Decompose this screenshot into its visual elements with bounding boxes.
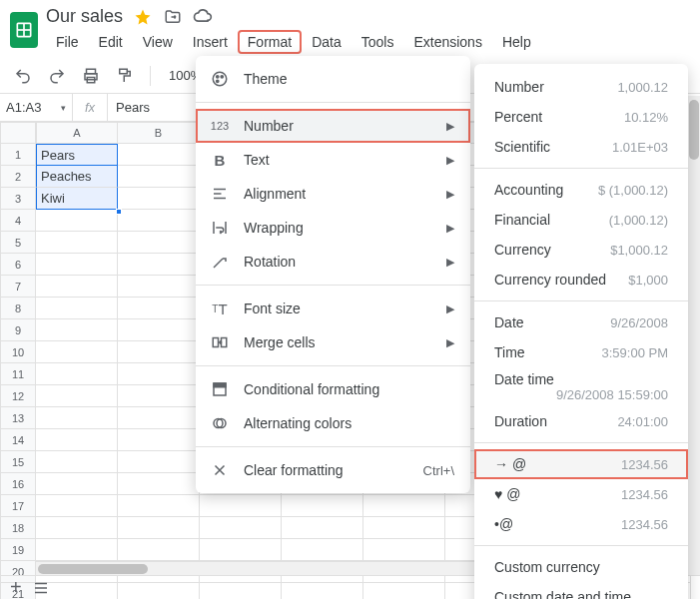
cloud-saved-icon[interactable] (193, 7, 213, 27)
row-header-16[interactable]: 16 (0, 473, 36, 495)
menu-edit[interactable]: Edit (89, 30, 133, 54)
number-format-duration[interactable]: Duration24:01:00 (474, 406, 688, 436)
row-header-12[interactable]: 12 (0, 385, 36, 407)
number-format--[interactable]: •@1234.56 (474, 509, 688, 539)
cell[interactable] (118, 429, 200, 451)
paint-format-button[interactable] (112, 63, 138, 89)
format-merge-cells[interactable]: Merge cells▶ (196, 325, 470, 359)
cell[interactable] (363, 539, 445, 561)
menu-insert[interactable]: Insert (183, 30, 238, 54)
row-header-6[interactable]: 6 (0, 254, 36, 276)
cell[interactable] (363, 495, 445, 517)
select-all-corner[interactable] (0, 122, 36, 144)
cell[interactable] (36, 473, 118, 495)
cell[interactable] (118, 276, 200, 298)
menu-tools[interactable]: Tools (351, 30, 404, 54)
format-theme[interactable]: Theme (196, 62, 470, 96)
menu-extensions[interactable]: Extensions (403, 30, 491, 54)
number-format-scientific[interactable]: Scientific1.01E+03 (474, 132, 688, 162)
cell[interactable] (200, 495, 282, 517)
cell[interactable] (118, 473, 200, 495)
number-format-custom-date-and-time[interactable]: Custom date and time (474, 582, 688, 599)
add-sheet-button[interactable]: + (10, 576, 22, 599)
star-icon[interactable] (133, 7, 153, 27)
cell[interactable] (118, 407, 200, 429)
number-format-currency[interactable]: Currency$1,000.12 (474, 235, 688, 265)
menu-format[interactable]: Format (238, 30, 302, 54)
cell[interactable] (36, 298, 118, 319)
cell[interactable] (118, 451, 200, 473)
format-clear-formatting[interactable]: Clear formattingCtrl+\ (196, 453, 470, 487)
row-header-19[interactable]: 19 (0, 539, 36, 561)
cell[interactable] (118, 517, 200, 539)
number-format-percent[interactable]: Percent10.12% (474, 102, 688, 132)
number-format-financial[interactable]: Financial(1,000.12) (474, 205, 688, 235)
format-wrapping[interactable]: Wrapping▶ (196, 211, 470, 245)
selection-handle[interactable] (116, 209, 122, 215)
menu-data[interactable]: Data (302, 30, 351, 54)
vertical-scrollbar[interactable] (686, 96, 700, 575)
row-header-13[interactable]: 13 (0, 407, 36, 429)
cell[interactable] (36, 319, 118, 341)
format-text[interactable]: BText▶ (196, 143, 470, 177)
cell[interactable] (36, 276, 118, 298)
cell[interactable] (36, 385, 118, 407)
row-header-1[interactable]: 1 (0, 144, 36, 166)
format-conditional-formatting[interactable]: Conditional formatting (196, 372, 470, 406)
cell[interactable] (36, 363, 118, 385)
number-format-time[interactable]: Time3:59:00 PM (474, 337, 688, 367)
undo-button[interactable] (10, 63, 36, 89)
format-alignment[interactable]: Alignment▶ (196, 177, 470, 211)
col-header-B[interactable]: B (118, 122, 200, 144)
cell[interactable]: Kiwi (36, 188, 118, 210)
cell[interactable]: Pears (36, 144, 118, 166)
cell[interactable] (36, 341, 118, 363)
cell[interactable] (36, 232, 118, 254)
cell[interactable] (36, 254, 118, 276)
cell[interactable] (118, 298, 200, 319)
number-format-accounting[interactable]: Accounting$ (1,000.12) (474, 175, 688, 205)
row-header-17[interactable]: 17 (0, 495, 36, 517)
cell[interactable]: Peaches (36, 166, 118, 188)
cell[interactable] (118, 319, 200, 341)
move-folder-icon[interactable] (163, 7, 183, 27)
print-button[interactable] (78, 63, 104, 89)
cell[interactable] (36, 495, 118, 517)
cell[interactable] (118, 254, 200, 276)
row-header-18[interactable]: 18 (0, 517, 36, 539)
row-header-9[interactable]: 9 (0, 319, 36, 341)
cell[interactable] (36, 210, 118, 232)
menu-file[interactable]: File (46, 30, 89, 54)
number-format-currency-rounded[interactable]: Currency rounded$1,000 (474, 265, 688, 295)
cell[interactable] (282, 517, 363, 539)
cell[interactable] (118, 363, 200, 385)
cell[interactable] (36, 407, 118, 429)
format-rotation[interactable]: Rotation▶ (196, 245, 470, 279)
number-format--[interactable]: ♥ @1234.56 (474, 479, 688, 509)
document-title[interactable]: Our sales (46, 6, 123, 27)
cell[interactable] (200, 517, 282, 539)
format-font-size[interactable]: TTFont size▶ (196, 292, 470, 325)
row-header-4[interactable]: 4 (0, 210, 36, 232)
row-header-11[interactable]: 11 (0, 363, 36, 385)
row-header-10[interactable]: 10 (0, 341, 36, 363)
col-header-A[interactable]: A (36, 122, 118, 144)
row-header-15[interactable]: 15 (0, 451, 36, 473)
cell[interactable] (282, 539, 363, 561)
format-number[interactable]: 123Number▶ (196, 109, 470, 143)
cell[interactable] (118, 144, 200, 166)
cell[interactable] (118, 210, 200, 232)
row-header-3[interactable]: 3 (0, 188, 36, 210)
name-box[interactable]: A1:A3 (0, 100, 72, 115)
cell[interactable] (118, 539, 200, 561)
format-alternating-colors[interactable]: Alternating colors (196, 406, 470, 440)
row-header-2[interactable]: 2 (0, 166, 36, 188)
cell[interactable] (36, 539, 118, 561)
number-format--[interactable]: → @1234.56 (474, 449, 688, 479)
number-format-date-time[interactable]: Date time9/26/2008 15:59:00 (474, 367, 688, 406)
cell[interactable] (118, 341, 200, 363)
number-format-number[interactable]: Number1,000.12 (474, 72, 688, 102)
number-format-date[interactable]: Date9/26/2008 (474, 307, 688, 337)
cell[interactable] (36, 517, 118, 539)
cell[interactable] (282, 495, 363, 517)
